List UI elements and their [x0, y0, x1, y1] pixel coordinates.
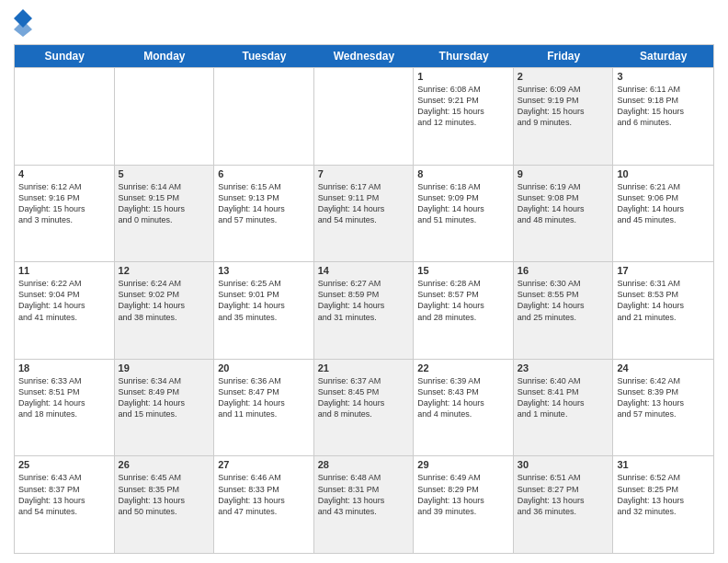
day-number: 22	[417, 362, 509, 373]
day-cell-18: 18Sunrise: 6:33 AM Sunset: 8:51 PM Dayli…	[15, 360, 115, 456]
day-info: Sunrise: 6:14 AM Sunset: 9:15 PM Dayligh…	[119, 181, 210, 226]
day-number: 14	[318, 265, 410, 276]
day-number: 11	[18, 265, 110, 276]
day-number: 7	[318, 168, 410, 179]
day-cell-6: 6Sunrise: 6:15 AM Sunset: 9:13 PM Daylig…	[214, 166, 314, 262]
day-info: Sunrise: 6:31 AM Sunset: 8:53 PM Dayligh…	[617, 278, 710, 323]
day-cell-8: 8Sunrise: 6:18 AM Sunset: 9:09 PM Daylig…	[414, 166, 514, 262]
day-info: Sunrise: 6:09 AM Sunset: 9:19 PM Dayligh…	[518, 84, 609, 129]
day-number: 3	[617, 71, 710, 82]
day-info: Sunrise: 6:37 AM Sunset: 8:45 PM Dayligh…	[318, 375, 410, 420]
header-day-thursday: Thursday	[414, 45, 514, 67]
day-number: 28	[318, 459, 410, 470]
day-info: Sunrise: 6:27 AM Sunset: 8:59 PM Dayligh…	[318, 278, 410, 323]
day-cell-23: 23Sunrise: 6:40 AM Sunset: 8:41 PM Dayli…	[514, 360, 614, 456]
day-info: Sunrise: 6:21 AM Sunset: 9:06 PM Dayligh…	[617, 181, 710, 226]
day-number: 30	[518, 459, 609, 470]
day-cell-12: 12Sunrise: 6:24 AM Sunset: 9:02 PM Dayli…	[115, 262, 215, 359]
day-info: Sunrise: 6:34 AM Sunset: 8:49 PM Dayligh…	[119, 375, 210, 420]
svg-marker-1	[14, 20, 32, 37]
day-cell-27: 27Sunrise: 6:46 AM Sunset: 8:33 PM Dayli…	[214, 456, 314, 553]
empty-cell	[115, 68, 215, 165]
day-number: 5	[119, 168, 210, 179]
day-info: Sunrise: 6:39 AM Sunset: 8:43 PM Dayligh…	[417, 375, 509, 420]
day-number: 31	[617, 459, 710, 470]
week-row-5: 25Sunrise: 6:43 AM Sunset: 8:37 PM Dayli…	[15, 455, 713, 553]
header-day-sunday: Sunday	[15, 45, 115, 67]
day-cell-22: 22Sunrise: 6:39 AM Sunset: 8:43 PM Dayli…	[414, 360, 514, 456]
day-number: 15	[417, 265, 509, 276]
page: SundayMondayTuesdayWednesdayThursdayFrid…	[0, 0, 728, 563]
day-cell-26: 26Sunrise: 6:45 AM Sunset: 8:35 PM Dayli…	[115, 456, 215, 553]
day-cell-9: 9Sunrise: 6:19 AM Sunset: 9:08 PM Daylig…	[514, 166, 614, 262]
day-number: 18	[18, 362, 110, 373]
day-cell-14: 14Sunrise: 6:27 AM Sunset: 8:59 PM Dayli…	[314, 262, 415, 359]
day-cell-30: 30Sunrise: 6:51 AM Sunset: 8:27 PM Dayli…	[514, 456, 614, 553]
week-row-1: 1Sunrise: 6:08 AM Sunset: 9:21 PM Daylig…	[15, 67, 713, 165]
logo	[14, 9, 36, 37]
day-number: 29	[417, 459, 509, 470]
day-number: 20	[218, 362, 310, 373]
header-day-saturday: Saturday	[613, 45, 713, 67]
day-info: Sunrise: 6:18 AM Sunset: 9:09 PM Dayligh…	[417, 181, 509, 226]
day-info: Sunrise: 6:30 AM Sunset: 8:55 PM Dayligh…	[518, 278, 609, 323]
day-number: 23	[518, 362, 609, 373]
day-info: Sunrise: 6:45 AM Sunset: 8:35 PM Dayligh…	[119, 472, 210, 517]
day-info: Sunrise: 6:22 AM Sunset: 9:04 PM Dayligh…	[18, 278, 110, 323]
day-info: Sunrise: 6:12 AM Sunset: 9:16 PM Dayligh…	[18, 181, 110, 226]
day-cell-19: 19Sunrise: 6:34 AM Sunset: 8:49 PM Dayli…	[115, 360, 215, 456]
day-cell-11: 11Sunrise: 6:22 AM Sunset: 9:04 PM Dayli…	[15, 262, 115, 359]
header-day-friday: Friday	[514, 45, 614, 67]
day-number: 9	[518, 168, 609, 179]
day-cell-1: 1Sunrise: 6:08 AM Sunset: 9:21 PM Daylig…	[414, 68, 514, 165]
day-cell-20: 20Sunrise: 6:36 AM Sunset: 8:47 PM Dayli…	[214, 360, 314, 456]
day-info: Sunrise: 6:25 AM Sunset: 9:01 PM Dayligh…	[218, 278, 310, 323]
day-cell-24: 24Sunrise: 6:42 AM Sunset: 8:39 PM Dayli…	[613, 360, 713, 456]
day-info: Sunrise: 6:36 AM Sunset: 8:47 PM Dayligh…	[218, 375, 310, 420]
day-number: 27	[218, 459, 310, 470]
day-cell-31: 31Sunrise: 6:52 AM Sunset: 8:25 PM Dayli…	[613, 456, 713, 553]
day-info: Sunrise: 6:08 AM Sunset: 9:21 PM Dayligh…	[417, 84, 509, 129]
header-day-monday: Monday	[115, 45, 215, 67]
day-cell-16: 16Sunrise: 6:30 AM Sunset: 8:55 PM Dayli…	[514, 262, 614, 359]
day-cell-21: 21Sunrise: 6:37 AM Sunset: 8:45 PM Dayli…	[314, 360, 415, 456]
day-number: 24	[617, 362, 710, 373]
day-info: Sunrise: 6:28 AM Sunset: 8:57 PM Dayligh…	[417, 278, 509, 323]
week-row-4: 18Sunrise: 6:33 AM Sunset: 8:51 PM Dayli…	[15, 359, 713, 456]
logo-icon	[14, 9, 32, 37]
day-cell-17: 17Sunrise: 6:31 AM Sunset: 8:53 PM Dayli…	[613, 262, 713, 359]
day-info: Sunrise: 6:24 AM Sunset: 9:02 PM Dayligh…	[119, 278, 210, 323]
day-cell-29: 29Sunrise: 6:49 AM Sunset: 8:29 PM Dayli…	[414, 456, 514, 553]
day-number: 25	[18, 459, 110, 470]
day-cell-13: 13Sunrise: 6:25 AM Sunset: 9:01 PM Dayli…	[214, 262, 314, 359]
day-info: Sunrise: 6:15 AM Sunset: 9:13 PM Dayligh…	[218, 181, 310, 226]
day-info: Sunrise: 6:42 AM Sunset: 8:39 PM Dayligh…	[617, 375, 710, 420]
calendar-body: 1Sunrise: 6:08 AM Sunset: 9:21 PM Daylig…	[15, 67, 713, 553]
day-info: Sunrise: 6:52 AM Sunset: 8:25 PM Dayligh…	[617, 472, 710, 517]
day-number: 1	[417, 71, 509, 82]
day-number: 21	[318, 362, 410, 373]
day-cell-25: 25Sunrise: 6:43 AM Sunset: 8:37 PM Dayli…	[15, 456, 115, 553]
day-number: 2	[518, 71, 609, 82]
day-cell-15: 15Sunrise: 6:28 AM Sunset: 8:57 PM Dayli…	[414, 262, 514, 359]
day-number: 16	[518, 265, 609, 276]
day-number: 8	[417, 168, 509, 179]
empty-cell	[314, 68, 415, 165]
day-cell-7: 7Sunrise: 6:17 AM Sunset: 9:11 PM Daylig…	[314, 166, 415, 262]
day-info: Sunrise: 6:43 AM Sunset: 8:37 PM Dayligh…	[18, 472, 110, 517]
week-row-2: 4Sunrise: 6:12 AM Sunset: 9:16 PM Daylig…	[15, 165, 713, 262]
empty-cell	[214, 68, 314, 165]
day-info: Sunrise: 6:11 AM Sunset: 9:18 PM Dayligh…	[617, 84, 710, 129]
header-day-tuesday: Tuesday	[214, 45, 314, 67]
day-number: 13	[218, 265, 310, 276]
day-number: 17	[617, 265, 710, 276]
day-info: Sunrise: 6:40 AM Sunset: 8:41 PM Dayligh…	[518, 375, 609, 420]
day-number: 4	[18, 168, 110, 179]
day-cell-28: 28Sunrise: 6:48 AM Sunset: 8:31 PM Dayli…	[314, 456, 415, 553]
header-day-wednesday: Wednesday	[314, 45, 415, 67]
empty-cell	[15, 68, 115, 165]
day-info: Sunrise: 6:17 AM Sunset: 9:11 PM Dayligh…	[318, 181, 410, 226]
calendar: SundayMondayTuesdayWednesdayThursdayFrid…	[14, 44, 714, 554]
week-row-3: 11Sunrise: 6:22 AM Sunset: 9:04 PM Dayli…	[15, 261, 713, 359]
header	[14, 9, 714, 37]
